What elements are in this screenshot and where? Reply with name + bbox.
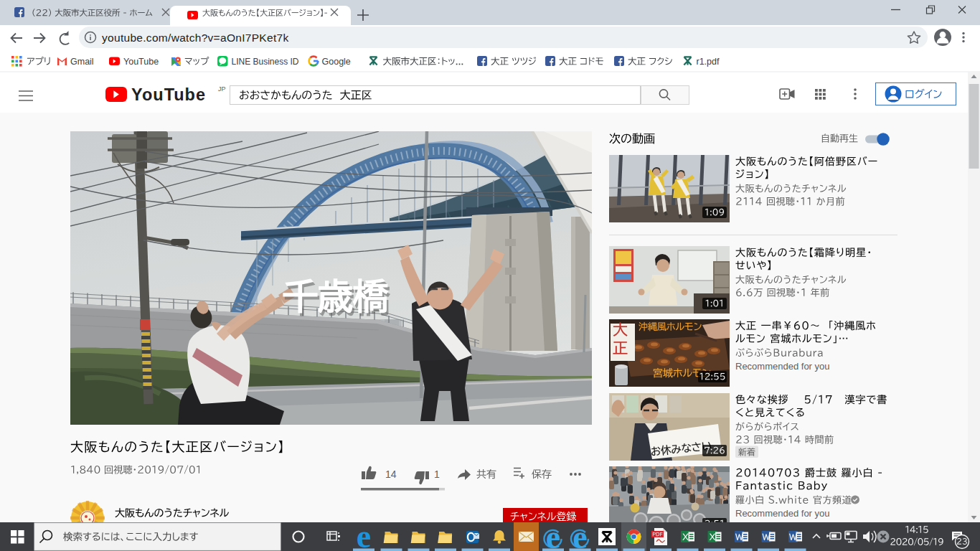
svg-text:Gmail: Gmail <box>70 57 94 67</box>
svg-text:e: e <box>357 518 371 551</box>
svg-text:JP: JP <box>218 85 226 93</box>
svg-text:YouTube: YouTube <box>131 85 206 104</box>
svg-text:youtube.com/watch?v=aOnI7PKet7: youtube.com/watch?v=aOnI7PKet7k <box>102 32 288 44</box>
svg-text:r1.pdf: r1.pdf <box>697 57 720 67</box>
svg-text:LINE Business ID: LINE Business ID <box>232 57 299 67</box>
svg-text:Google: Google <box>322 57 351 67</box>
svg-text:14: 14 <box>385 468 397 480</box>
svg-text:Recommended for you: Recommended for you <box>735 508 830 519</box>
svg-text:1: 1 <box>434 468 440 480</box>
svg-text:YouTube: YouTube <box>123 57 159 67</box>
svg-text:Recommended for you: Recommended for you <box>735 361 830 372</box>
